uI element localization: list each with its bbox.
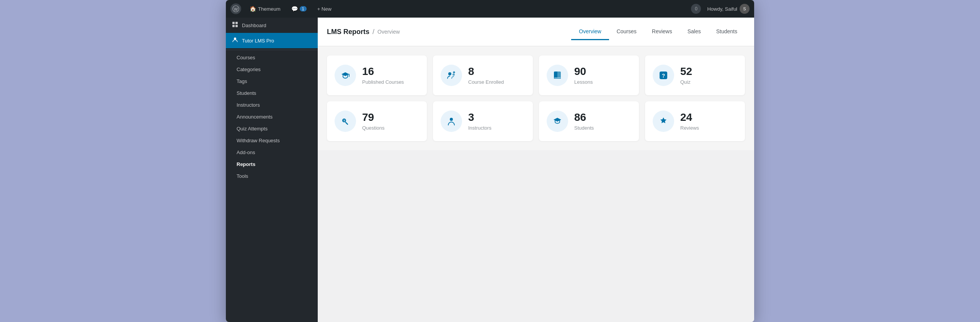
sidebar-item-quiz-attempts[interactable]: Quiz Attempts (226, 123, 318, 135)
stat-card-students: 86 Students (539, 101, 639, 141)
stat-card-lessons: 90 Lessons (539, 55, 639, 95)
svg-rect-4 (232, 25, 235, 27)
svg-point-8 (448, 72, 451, 75)
dashboard-icon (232, 21, 238, 29)
students-info: 86 Students (574, 112, 631, 131)
svg-rect-3 (235, 22, 238, 24)
instructors-icon-circle (441, 111, 462, 132)
sidebar-item-courses[interactable]: Courses (226, 52, 318, 63)
notification-icon[interactable]: 0 (691, 4, 701, 14)
course-enrolled-number: 8 (468, 66, 525, 78)
lessons-number: 90 (574, 66, 631, 78)
book-icon (552, 70, 563, 81)
comment-badge: 1 (300, 6, 307, 11)
questions-icon: ? (340, 116, 351, 127)
svg-point-17 (450, 118, 453, 121)
sidebar-item-withdraw-requests[interactable]: Withdraw Requests (226, 135, 318, 146)
sidebar-item-dashboard-label: Dashboard (242, 23, 266, 28)
breadcrumb: LMS Reports / Overview (327, 28, 400, 36)
sidebar-item-tutor-label: Tutor LMS Pro (242, 38, 274, 44)
svg-point-6 (234, 37, 236, 40)
instructors-label: Instructors (468, 125, 525, 131)
reviews-number: 24 (680, 112, 737, 124)
instructors-info: 3 Instructors (468, 112, 525, 131)
breadcrumb-separator: / (372, 28, 374, 36)
new-item[interactable]: + New (315, 5, 334, 13)
questions-icon-circle: ? (335, 111, 356, 132)
quiz-info: 52 Quiz (680, 66, 737, 85)
published-courses-label: Published Courses (362, 79, 419, 85)
page-title: LMS Reports (327, 28, 369, 36)
sidebar-divider-1 (226, 50, 318, 50)
main-layout: Dashboard Tutor LMS Pro Courses Categori… (226, 18, 754, 322)
wp-logo-icon[interactable]: W (230, 3, 241, 14)
students-icon (552, 116, 563, 127)
admin-bar-left: W 🏠 Themeum 💬 1 + New (230, 3, 685, 14)
stats-area: 16 Published Courses (318, 46, 754, 150)
published-courses-info: 16 Published Courses (362, 66, 419, 85)
stat-card-course-enrolled: 8 Course Enrolled (433, 55, 533, 95)
instructors-number: 3 (468, 112, 525, 124)
questions-number: 79 (362, 112, 419, 124)
questions-label: Questions (362, 125, 419, 131)
site-name[interactable]: 🏠 Themeum (247, 4, 283, 13)
lessons-label: Lessons (574, 79, 631, 85)
browser-window: W 🏠 Themeum 💬 1 + New 0 Howdy, Saiful S (226, 0, 754, 322)
tab-reviews[interactable]: Reviews (644, 24, 680, 40)
stat-card-instructors: 3 Instructors (433, 101, 533, 141)
comments-item[interactable]: 💬 1 (289, 4, 309, 13)
sidebar-item-add-ons[interactable]: Add-ons (226, 146, 318, 158)
course-enrolled-info: 8 Course Enrolled (468, 66, 525, 85)
tabs: Overview Courses Reviews Sales Students (571, 24, 745, 40)
sidebar-item-tutor[interactable]: Tutor LMS Pro (226, 33, 318, 48)
stat-card-reviews: 24 Reviews (645, 101, 745, 141)
sidebar-item-reports[interactable]: Reports (226, 158, 318, 170)
students-number: 86 (574, 112, 631, 124)
sidebar: Dashboard Tutor LMS Pro Courses Categori… (226, 18, 318, 322)
published-courses-number: 16 (362, 66, 419, 78)
course-enrolled-icon-circle (441, 65, 462, 86)
user-menu[interactable]: Howdy, Saiful S (707, 4, 750, 14)
tab-courses[interactable]: Courses (609, 24, 644, 40)
sidebar-item-tags[interactable]: Tags (226, 75, 318, 87)
sidebar-item-categories[interactable]: Categories (226, 63, 318, 75)
stats-grid: 16 Published Courses (327, 55, 745, 141)
stat-card-published-courses: 16 Published Courses (327, 55, 427, 95)
star-icon (658, 116, 669, 127)
svg-rect-2 (232, 22, 235, 24)
lessons-info: 90 Lessons (574, 66, 631, 85)
course-enrolled-label: Course Enrolled (468, 79, 525, 85)
sidebar-item-announcements[interactable]: Announcements (226, 111, 318, 123)
admin-bar: W 🏠 Themeum 💬 1 + New 0 Howdy, Saiful S (226, 0, 754, 18)
enrolled-icon (446, 70, 457, 81)
quiz-icon: ? (658, 70, 669, 81)
sidebar-item-instructors[interactable]: Instructors (226, 99, 318, 111)
svg-text:?: ? (343, 119, 345, 123)
page-header: LMS Reports / Overview Overview Courses … (318, 18, 754, 46)
admin-bar-right: 0 Howdy, Saiful S (691, 4, 750, 14)
stat-card-quiz: ? 52 Quiz (645, 55, 745, 95)
sidebar-item-students[interactable]: Students (226, 87, 318, 99)
tab-overview[interactable]: Overview (571, 24, 609, 40)
howdy-text: Howdy, Saiful (707, 6, 737, 12)
breadcrumb-subtitle: Overview (377, 29, 400, 35)
quiz-label: Quiz (680, 79, 737, 85)
students-label: Students (574, 125, 631, 131)
tab-students[interactable]: Students (709, 24, 745, 40)
lessons-icon-circle (547, 65, 568, 86)
svg-point-9 (452, 73, 455, 76)
students-icon-circle (547, 111, 568, 132)
comments-icon: 💬 (291, 6, 298, 12)
svg-text:?: ? (662, 73, 665, 79)
quiz-icon-circle: ? (653, 65, 674, 86)
reviews-label: Reviews (680, 125, 737, 131)
tutor-icon (232, 37, 238, 44)
content-area: LMS Reports / Overview Overview Courses … (318, 18, 754, 322)
sidebar-item-tools[interactable]: Tools (226, 170, 318, 182)
tab-sales[interactable]: Sales (680, 24, 709, 40)
sidebar-item-dashboard[interactable]: Dashboard (226, 18, 318, 33)
reviews-info: 24 Reviews (680, 112, 737, 131)
home-icon: 🏠 (250, 6, 256, 12)
reviews-icon-circle (653, 111, 674, 132)
stat-card-questions: ? 79 Questions (327, 101, 427, 141)
